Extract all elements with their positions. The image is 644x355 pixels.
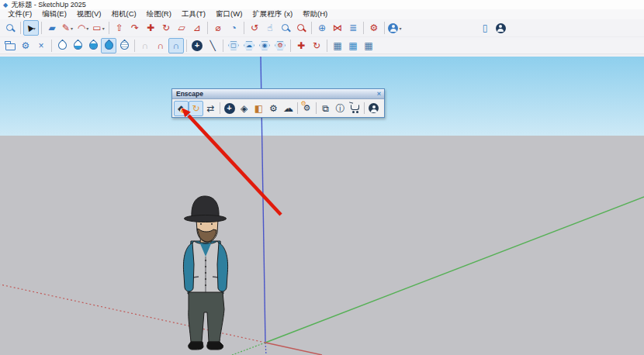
toolbar-separator <box>316 102 317 114</box>
feedback-button[interactable]: ⧉ <box>318 101 333 116</box>
rotate-button[interactable]: ↻ <box>158 20 174 36</box>
window-title-bar: ◆ 无标题 - SketchUp 2025 <box>0 0 644 9</box>
zoom-button[interactable] <box>278 20 293 36</box>
rectangle-button[interactable]: ▭▾ <box>91 20 106 36</box>
material-library-button[interactable]: ◈ <box>237 101 251 116</box>
pan-button[interactable]: ☝ <box>262 20 278 36</box>
line-button[interactable]: ✎▾ <box>60 20 75 36</box>
move-alt-button[interactable]: ✚ <box>293 38 309 53</box>
scale-button[interactable]: ▱ <box>174 20 189 36</box>
toolbar-separator <box>297 102 298 114</box>
open-folder-button[interactable] <box>2 38 18 53</box>
about-button[interactable]: ⓘ <box>333 101 348 116</box>
add-asset-icon: + <box>224 103 235 114</box>
general-settings-button[interactable]: ⚙ <box>299 101 314 116</box>
scale-icon: ▱ <box>178 23 185 33</box>
sandbox-from-contours-button[interactable]: ▦ <box>330 38 345 53</box>
line-dropdown-icon[interactable]: ▾ <box>71 26 73 31</box>
new-document-icon: ▯ <box>483 23 488 33</box>
arc-button[interactable]: ◠▾ <box>75 20 91 36</box>
search-button[interactable] <box>2 20 18 36</box>
toolbar-separator <box>364 102 365 114</box>
menu-extensions[interactable]: 扩展程序 (x) <box>248 9 297 19</box>
viewport[interactable]: Enscape × ◆↻⇄+◈◧⚙☁⚙⧉ⓘ <box>0 57 644 355</box>
material-editor-icon: ◧ <box>254 104 263 113</box>
rectangle-icon: ▭ <box>92 23 101 33</box>
settings-button[interactable]: ⚙ <box>18 38 33 53</box>
style-hidden-line-button[interactable] <box>70 38 85 53</box>
hex-gear-button[interactable]: ⚙ <box>272 38 288 53</box>
toolbar-separator <box>223 40 223 52</box>
zoom-icon <box>281 23 290 33</box>
menu-edit[interactable]: 编辑(E) <box>37 9 71 19</box>
eraser-button[interactable]: ▰ <box>44 20 60 36</box>
rectangle-dropdown-icon[interactable]: ▾ <box>102 26 105 31</box>
leader-line-button[interactable]: ╲ <box>205 38 220 53</box>
style-shaded-textures-button[interactable] <box>101 38 116 53</box>
zoom-extents-button[interactable] <box>293 20 309 36</box>
push-pull-button[interactable]: ⇧ <box>112 20 127 36</box>
magnet-disabled-icon: ∩ <box>142 41 149 50</box>
hex-cloud-button[interactable]: ☁ <box>241 38 257 53</box>
menu-camera[interactable]: 相机(C) <box>106 9 140 19</box>
magnet-icon: ∩ <box>158 41 164 50</box>
extension-manager-button[interactable]: ⚙ <box>366 20 382 36</box>
tape-measure-button[interactable]: ⌀ <box>210 20 226 36</box>
live-updates-button[interactable]: ↻ <box>189 101 203 116</box>
menu-help[interactable]: 帮助(H) <box>298 9 332 19</box>
3d-warehouse-button[interactable]: ⊕ <box>314 20 330 36</box>
hex-circle-button[interactable]: ◉ <box>257 38 272 53</box>
follow-me-button[interactable]: ↷ <box>127 20 143 36</box>
shared-components-button[interactable]: ≣ <box>345 20 361 36</box>
add-asset-button[interactable]: + <box>222 101 237 116</box>
rotate-alt-icon: ↻ <box>313 41 320 50</box>
style-monochrome-button[interactable] <box>116 38 132 53</box>
enscape-close-icon[interactable]: × <box>377 91 381 98</box>
magnet-disabled-button[interactable]: ∩ <box>137 38 153 53</box>
close-tool-button[interactable]: × <box>33 38 49 53</box>
magnet-settings-icon: ∩ <box>173 41 180 50</box>
protractor-button[interactable]: ◔ <box>226 20 241 36</box>
style-shaded-button[interactable] <box>85 38 101 53</box>
orbit-button[interactable]: ↺ <box>247 20 262 36</box>
offset-icon: ⊿ <box>193 23 201 33</box>
enscape-title-bar[interactable]: Enscape × <box>172 89 384 99</box>
magnet-button[interactable]: ∩ <box>153 38 168 53</box>
menu-draw[interactable]: 绘图(R) <box>142 9 176 19</box>
add-point-button[interactable]: + <box>189 38 205 53</box>
new-document-button[interactable]: ▯ <box>477 20 493 36</box>
offset-button[interactable]: ⊿ <box>189 20 205 36</box>
live-updates-icon: ↻ <box>192 104 199 113</box>
upload-management-button[interactable]: ☁ <box>281 101 296 116</box>
menu-tools[interactable]: 工具(T) <box>177 9 210 19</box>
shop-button[interactable] <box>348 101 362 116</box>
leader-line-icon: ╲ <box>209 41 215 50</box>
visual-settings-button[interactable]: ⚙ <box>266 101 281 116</box>
sign-in-button[interactable]: ▾ <box>387 20 403 36</box>
menu-file[interactable]: 文件(F) <box>3 9 36 19</box>
shop-icon <box>351 105 359 110</box>
move-button[interactable]: ✚ <box>143 20 158 36</box>
account-button[interactable] <box>366 101 381 116</box>
style-wireframe-icon <box>56 40 68 52</box>
menu-view[interactable]: 视图(V) <box>72 9 106 19</box>
arc-dropdown-icon[interactable]: ▾ <box>86 26 88 31</box>
start-enscape-button[interactable]: ◆ <box>174 101 189 116</box>
style-wireframe-button[interactable] <box>54 38 70 53</box>
sandbox-smoove-button[interactable]: ▦ <box>361 38 376 53</box>
menu-window[interactable]: 窗口(W) <box>211 9 247 19</box>
sign-in-dropdown-icon[interactable]: ▾ <box>399 26 401 31</box>
account-button[interactable] <box>493 20 508 36</box>
rotate-alt-button[interactable]: ↻ <box>309 38 324 53</box>
material-editor-button[interactable]: ◧ <box>251 101 266 116</box>
sandbox-smoove-icon: ▦ <box>364 41 372 50</box>
hex-square-button[interactable]: ▢ <box>226 38 241 53</box>
search-icon <box>5 23 15 33</box>
view-sync-button[interactable]: ⇄ <box>203 101 218 116</box>
magnet-settings-button[interactable]: ∩ <box>168 38 184 53</box>
select-button[interactable]: ▶▾ <box>23 20 39 36</box>
toolbar-separator <box>363 22 364 34</box>
style-shaded-textures-icon <box>102 40 115 52</box>
extension-warehouse-button[interactable]: ⋈ <box>330 20 345 36</box>
sandbox-from-scratch-button[interactable]: ▦ <box>345 38 361 53</box>
